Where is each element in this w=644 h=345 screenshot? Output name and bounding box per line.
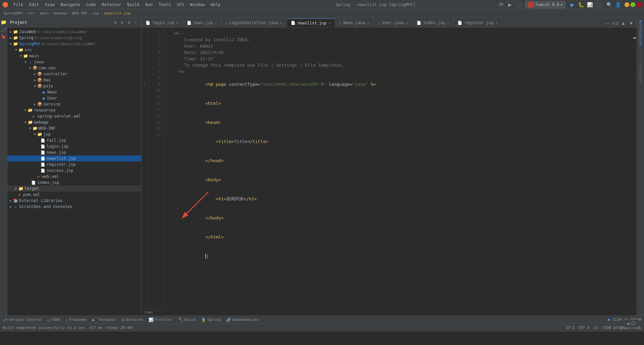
tree-item-success-jsp[interactable]: 📄 success.jsp — [7, 167, 141, 174]
tree-item-pojo[interactable]: ▼ 📦 pojo — [7, 83, 141, 89]
menu-code[interactable]: Code — [84, 2, 99, 8]
bb-profiler[interactable]: 📊 Profiler — [149, 318, 173, 322]
tree-item-scratches[interactable]: ▶ ✏ Scratches and Consoles — [7, 204, 141, 210]
bb-problems[interactable]: ⚠ Problems — [65, 318, 87, 322]
breadcrumb-part[interactable]: webapp — [54, 11, 67, 15]
breadcrumb-part[interactable]: src — [28, 11, 35, 15]
fold-mark[interactable]: ⌐ — [164, 68, 168, 75]
breadcrumb-part[interactable]: SpringMVC — [3, 11, 23, 15]
tab-register-jsp[interactable]: 📄 register.jsp ✕ — [453, 18, 502, 27]
tree-item-main[interactable]: ▼ 📁 main — [7, 53, 141, 59]
commit-icon[interactable]: ⎇ — [0, 26, 7, 33]
tree-item-news-jsp[interactable]: 📄 news.jsp — [7, 149, 141, 155]
tab-news-java[interactable]: ☕ News.java ✕ — [335, 18, 374, 27]
tree-item-comzou[interactable]: ▼ 📦 com.zou — [7, 65, 141, 71]
project-icon[interactable]: 📁 — [0, 19, 7, 25]
menu-navigate[interactable]: Navigate — [58, 2, 83, 8]
menu-file[interactable]: File — [11, 2, 26, 8]
code-editor[interactable]: ▶ 1 2 3 4 5 6 7 8 9 10 11 12 13 14 15 16… — [142, 27, 637, 309]
minimize-button[interactable]: ─ — [625, 2, 629, 7]
tree-item-java[interactable]: ▼ ☕ java — [7, 59, 141, 65]
collapse-all-btn[interactable]: ≡ — [119, 19, 125, 25]
tab-close-btn[interactable]: ✕ — [215, 21, 217, 25]
tabs-more-btn[interactable]: ⋯ — [603, 19, 611, 27]
breadcrumb-part[interactable]: jsp — [92, 11, 99, 15]
menu-vcs[interactable]: VCS — [174, 2, 187, 8]
bb-build[interactable]: 🔨 Build — [178, 318, 196, 322]
tab-logincontroller[interactable]: ☕ LoginController.java ✕ — [221, 18, 287, 27]
bb-dependencies[interactable]: 🔗 Dependencies — [226, 318, 259, 322]
maximize-button[interactable]: □ — [631, 2, 635, 7]
tab-close-btn[interactable]: ✕ — [280, 21, 282, 25]
debug-btn[interactable]: 🐛 — [577, 1, 585, 9]
close-button[interactable]: ✕ — [637, 2, 641, 7]
tab-user-java[interactable]: ☕ User.java ✕ — [374, 18, 412, 27]
toolbar-btn2[interactable]: ▶ — [506, 1, 514, 9]
tab-close-btn[interactable]: ✕ — [176, 21, 178, 25]
rs-notifications[interactable]: Notifications — [638, 19, 643, 48]
menu-view[interactable]: View — [42, 2, 57, 8]
fold-mark[interactable]: ⌐ — [164, 75, 168, 81]
menu-help[interactable]: Help — [208, 2, 223, 8]
tree-item-pomxml[interactable]: ⚙ pom.xml — [7, 192, 141, 198]
menu-tools[interactable]: Tools — [156, 2, 173, 8]
settings-btn[interactable]: ⚙ — [126, 19, 132, 25]
tree-item-newslist-jsp[interactable]: 📄 newslist.jsp — [7, 155, 141, 161]
tree-item-springservlet[interactable]: ⚙ spring-servlet.xml — [7, 113, 141, 119]
tab-index-jsp[interactable]: 📄 index.jsp ✕ — [413, 18, 454, 27]
menu-run[interactable]: Run — [143, 2, 155, 8]
tab-news-jsp[interactable]: 📄 news.jsp ✕ — [183, 18, 221, 27]
bb-services[interactable]: ⚙ Services — [122, 318, 143, 322]
tab-close-btn[interactable]: ✕ — [495, 21, 498, 25]
bb-terminal[interactable]: ▶_ Terminal — [92, 318, 116, 322]
hide-panel-btn[interactable]: ─ — [132, 19, 139, 25]
user-btn[interactable]: 👤 — [614, 1, 622, 9]
tree-item-springmvc[interactable]: ▼ 📁 SpringMVC D:\Users\Admin\SpringMVC — [7, 41, 141, 47]
tomcat-selector[interactable]: Tomcat 8.0 ▼ — [525, 1, 566, 8]
profile-btn[interactable]: 📊 — [586, 1, 594, 9]
tree-item-webxml[interactable]: ⚙ web.xml — [7, 174, 141, 180]
tab-close-btn[interactable]: ✕ — [406, 21, 408, 25]
tree-item-user-class[interactable]: ● User — [7, 95, 141, 101]
tree-item-jsp-folder[interactable]: ▼ 📁 jsp — [7, 131, 141, 137]
breadcrumb-part[interactable]: main — [40, 11, 49, 15]
fold-mark[interactable]: ⌐ — [164, 94, 168, 100]
tree-item-javaweb[interactable]: ▶ 📁 JavaWeb D:\Users\Admin\JavaWeb — [7, 29, 141, 35]
tree-item-fail-jsp[interactable]: 📄 fail.jsp — [7, 137, 141, 143]
tree-item-register-jsp[interactable]: 📄 register.jsp — [7, 161, 141, 167]
tab-close-btn[interactable]: ✕ — [367, 21, 370, 25]
tab-close-btn[interactable]: ✕ — [329, 21, 331, 25]
tree-item-spring[interactable]: ▶ 📁 Spring D:\Users\Admin\Spring — [7, 35, 141, 41]
scroll-up-btn[interactable]: ▲ — [619, 19, 627, 27]
bb-version-control[interactable]: ⎇ Version Control — [3, 318, 42, 322]
expand-all-btn[interactable]: ⊕ — [112, 19, 118, 25]
tree-item-controller[interactable]: ▶ 📦 controller — [7, 71, 141, 77]
tab-newslist-jsp[interactable]: 📄 newslist.jsp ✕ — [287, 18, 335, 27]
run-btn[interactable]: ▶ — [568, 1, 576, 9]
fold-mark[interactable]: ⌐ — [164, 100, 168, 107]
tree-item-dao[interactable]: ▶ 📦 dao — [7, 77, 141, 83]
tree-item-news-class[interactable]: ● News — [7, 89, 141, 95]
warning-badge[interactable]: ⚠ 1 — [611, 19, 619, 27]
stop-btn[interactable]: ⬛ — [594, 1, 602, 9]
tree-item-webinf[interactable]: ▼ 📁 WEB-INF — [7, 125, 141, 131]
code-content[interactable]: <%-- Created by IntelliJ IDEA. User: Adm… — [168, 27, 633, 309]
tree-item-target[interactable]: ▶ 📁 target — [7, 186, 141, 192]
fold-mark[interactable]: ⌐ — [164, 81, 168, 87]
rs-structure[interactable]: Structure — [638, 64, 643, 84]
breadcrumb-part[interactable]: WEB-INF — [72, 11, 87, 15]
menu-build[interactable]: Build — [124, 2, 142, 8]
tree-item-webapp[interactable]: ▼ 📁 webapp — [7, 119, 141, 125]
tree-item-resources[interactable]: ▼ 📂 resources — [7, 107, 141, 113]
menu-refactor[interactable]: Refactor — [99, 2, 124, 8]
tree-item-src[interactable]: ▼ 📁 src — [7, 47, 141, 53]
bb-spring[interactable]: 🍃 Spring — [201, 318, 221, 322]
toolbar-btn3[interactable]: ⬛ — [515, 1, 523, 9]
scroll-down-btn[interactable]: ▼ — [627, 19, 635, 27]
fold-mark[interactable]: ⌐ — [164, 126, 168, 132]
tree-item-service[interactable]: ▶ 📦 service — [7, 101, 141, 107]
toolbar-btn[interactable]: ⟳ — [497, 1, 505, 9]
menu-window[interactable]: Window — [187, 2, 207, 8]
bb-todo[interactable]: ☑ TODO — [47, 318, 60, 322]
tree-item-login-jsp[interactable]: 📄 login.jsp — [7, 143, 141, 149]
